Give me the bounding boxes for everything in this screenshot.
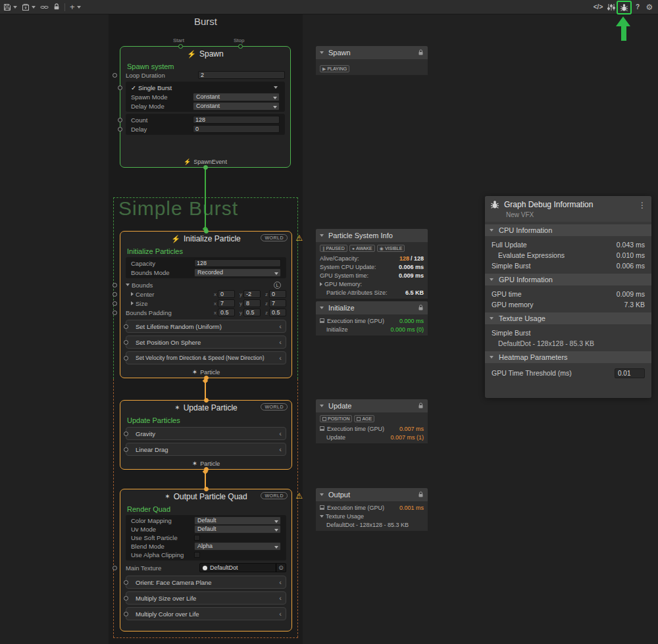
update-output-port[interactable] xyxy=(204,467,209,472)
system-label[interactable]: Simple Burst xyxy=(118,197,238,220)
soft-particle-checkbox[interactable] xyxy=(194,535,200,541)
attach-button[interactable] xyxy=(40,3,49,11)
foldout-icon[interactable] xyxy=(126,284,130,286)
collapse-icon[interactable]: ‹ xyxy=(279,430,282,437)
input-port[interactable] xyxy=(113,292,117,297)
input-port[interactable] xyxy=(124,340,128,345)
spawn-output-port[interactable] xyxy=(203,165,208,170)
color-mapping-dropdown[interactable]: Default xyxy=(194,516,281,525)
main-texture-object-field[interactable]: DefaultDot ⊙ xyxy=(199,563,286,572)
controls-button[interactable] xyxy=(605,0,617,14)
delay-field[interactable]: 0 xyxy=(193,125,280,133)
input-port[interactable] xyxy=(124,612,128,616)
count-field[interactable]: 128 xyxy=(193,116,280,124)
center-z-field[interactable]: 0 xyxy=(269,290,286,298)
spawn-node-header[interactable]: ⚡ Spawn xyxy=(120,47,290,61)
input-port[interactable] xyxy=(113,301,117,306)
gpu-threshold-input[interactable] xyxy=(615,368,645,378)
initialize-output-port[interactable] xyxy=(204,376,209,380)
lock-icon[interactable] xyxy=(418,491,424,498)
collapse-icon[interactable]: ‹ xyxy=(279,579,282,586)
gpu-memory-row[interactable]: GPU Memory: xyxy=(320,280,424,288)
padding-z-field[interactable]: 0.5 xyxy=(269,309,286,316)
warning-icon[interactable]: ⚠ xyxy=(295,234,303,243)
settings-button[interactable]: ⚙ xyxy=(644,0,655,14)
add-node-button[interactable]: + xyxy=(70,3,81,11)
texture-usage-row[interactable]: Texture Usage xyxy=(320,512,424,520)
block-linear-drag[interactable]: Linear Drag ‹ xyxy=(126,443,286,456)
chevron-down-icon[interactable] xyxy=(274,86,278,89)
gpu-information-section-header[interactable]: GPU Information xyxy=(485,274,651,285)
size-x-field[interactable]: 7 xyxy=(218,299,235,307)
delay-mode-dropdown[interactable]: Constant xyxy=(193,102,280,111)
update-monitor-header[interactable]: Update xyxy=(316,399,428,412)
space-badge[interactable]: WORLD xyxy=(261,234,288,241)
lock-button[interactable] xyxy=(53,3,60,11)
input-port[interactable] xyxy=(124,432,128,436)
block-orient[interactable]: Orient: Face Camera Plane ‹ xyxy=(126,576,286,589)
input-port[interactable] xyxy=(113,310,117,315)
loop-duration-field[interactable]: 2 xyxy=(198,71,285,79)
spawn-monitor-header[interactable]: Spawn xyxy=(316,46,428,59)
collapse-icon[interactable]: ‹ xyxy=(279,323,282,330)
space-badge[interactable]: WORLD xyxy=(261,403,288,410)
space-badge[interactable]: WORLD xyxy=(261,492,288,499)
block-multiply-color[interactable]: Multiply Color over Life ‹ xyxy=(126,607,286,620)
input-port[interactable] xyxy=(118,127,122,132)
warning-icon[interactable]: ⚠ xyxy=(295,491,303,501)
foldout-icon[interactable] xyxy=(131,301,134,305)
texture-usage-section-header[interactable]: Texture Usage xyxy=(485,312,651,324)
collapse-icon[interactable]: ‹ xyxy=(279,446,282,453)
input-port[interactable] xyxy=(124,596,128,601)
bounds-mode-dropdown[interactable]: Recorded xyxy=(194,268,281,277)
compile-button[interactable] xyxy=(22,3,36,11)
initialize-node[interactable]: ⚠ ⚡ Initialize Particle WORLD Initialize… xyxy=(120,231,292,378)
cpu-information-section-header[interactable]: CPU Information xyxy=(485,224,651,236)
input-port[interactable] xyxy=(113,283,117,287)
padding-x-field[interactable]: 0.5 xyxy=(218,309,235,316)
kebab-menu-icon[interactable]: ⋮ xyxy=(638,201,646,210)
blend-mode-dropdown[interactable]: Alpha xyxy=(194,542,281,551)
input-port[interactable] xyxy=(124,447,128,452)
input-port[interactable] xyxy=(118,86,122,90)
code-view-button[interactable]: </> xyxy=(591,0,605,14)
block-set-position-sphere[interactable]: Set Position On Sphere ‹ xyxy=(126,335,286,349)
help-button[interactable]: ? xyxy=(632,0,643,14)
uv-mode-dropdown[interactable]: Default xyxy=(194,525,281,533)
update-node[interactable]: ✶ Update Particle WORLD Update Particles… xyxy=(120,400,292,470)
input-port[interactable] xyxy=(118,118,122,122)
collapse-icon[interactable]: ‹ xyxy=(279,355,282,362)
lock-icon[interactable] xyxy=(418,403,424,409)
foldout-icon[interactable] xyxy=(131,292,134,296)
space-toggle[interactable]: L xyxy=(274,282,281,289)
block-set-lifetime[interactable]: Set Lifetime Random (Uniform) ‹ xyxy=(126,320,286,333)
debug-panel-header[interactable]: Graph Debug Information New VFX ⋮ xyxy=(485,196,651,222)
input-port[interactable] xyxy=(124,580,128,585)
initialize-monitor-header[interactable]: Initialize xyxy=(316,301,428,314)
initialize-node-header[interactable]: ⚡ Initialize Particle WORLD xyxy=(120,232,291,246)
output-node-header[interactable]: ✶ Output Particle Quad WORLD xyxy=(120,489,291,504)
particle-system-info-header[interactable]: Particle System Info xyxy=(316,229,428,242)
object-picker-icon[interactable]: ⊙ xyxy=(276,564,286,572)
block-set-velocity[interactable]: Set Velocity from Direction & Speed (New… xyxy=(126,351,286,364)
input-port[interactable] xyxy=(124,356,128,360)
spawn-node[interactable]: Start Stop ⚡ Spawn Spawn system Loop Dur… xyxy=(120,46,291,168)
input-port[interactable] xyxy=(113,566,117,570)
capacity-field[interactable]: 128 xyxy=(194,259,281,267)
output-node[interactable]: ⚠ ✶ Output Particle Quad WORLD Render Qu… xyxy=(120,489,292,632)
single-burst-row[interactable]: ✓ Single Burst xyxy=(128,83,282,92)
collapse-icon[interactable]: ‹ xyxy=(279,339,282,346)
debug-toggle-button[interactable] xyxy=(620,3,628,12)
flow-edge-spawn-initialize[interactable] xyxy=(205,168,206,231)
lock-icon[interactable] xyxy=(418,305,424,311)
collapse-icon[interactable]: ‹ xyxy=(279,610,282,618)
input-port[interactable] xyxy=(124,324,128,329)
lock-icon[interactable] xyxy=(418,49,424,56)
save-button[interactable] xyxy=(3,3,17,11)
collapse-icon[interactable]: ‹ xyxy=(279,595,282,602)
block-multiply-size[interactable]: Multiply Size over Life ‹ xyxy=(126,591,286,605)
output-monitor-header[interactable]: Output xyxy=(316,488,428,501)
alpha-clipping-checkbox[interactable] xyxy=(194,552,200,558)
block-gravity[interactable]: Gravity ‹ xyxy=(126,427,286,440)
padding-y-field[interactable]: 0.5 xyxy=(243,309,261,316)
